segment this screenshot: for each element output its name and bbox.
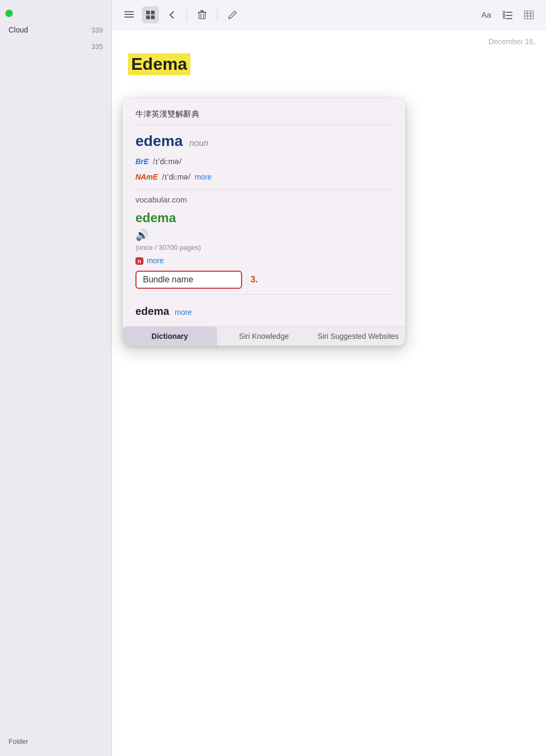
vocab-more-link[interactable]: more <box>147 256 164 265</box>
svg-rect-17 <box>506 18 512 19</box>
third-more-link[interactable]: more <box>175 308 192 316</box>
tab-siri-knowledge[interactable]: Siri Knowledge <box>217 327 311 346</box>
list-view-button[interactable] <box>121 6 138 23</box>
font-button[interactable]: Aa <box>478 6 495 23</box>
word-main: edema <box>135 133 183 149</box>
tab-siri-suggested[interactable]: Siri Suggested Websites <box>311 327 405 346</box>
delete-button[interactable] <box>194 6 211 23</box>
sidebar-item-cloud-label: Cloud <box>9 26 28 34</box>
name-label: NAmE <box>135 173 158 181</box>
svg-rect-15 <box>506 15 512 16</box>
svg-rect-9 <box>199 12 205 19</box>
vocab-word: edema <box>135 210 392 225</box>
section-divider-1 <box>135 189 392 190</box>
grid-view-button[interactable] <box>142 6 159 23</box>
date-header: December 16, <box>488 37 535 46</box>
sidebar-item-second[interactable]: 335 <box>0 38 111 55</box>
svg-rect-4 <box>151 11 155 14</box>
pronunciation-name: NAmE /ɪˈdiːmə/ more <box>135 170 392 184</box>
sound-icon[interactable]: 🔊 <box>135 229 392 241</box>
toolbar: Aa <box>112 0 546 30</box>
third-word: edema <box>135 305 169 317</box>
dict-source-label: 牛津英漢雙解辭典 <box>135 109 392 125</box>
svg-rect-5 <box>146 15 150 19</box>
vocab-freq: (once / 30700 pages) <box>135 243 392 251</box>
word-pos: noun <box>189 139 208 148</box>
svg-rect-3 <box>146 11 150 14</box>
svg-rect-2 <box>124 17 134 18</box>
third-entry: edema more <box>135 300 392 326</box>
svg-rect-1 <box>124 14 134 15</box>
bre-pron: /ɪˈdiːmə/ <box>153 157 181 166</box>
svg-point-16 <box>503 18 505 19</box>
svg-rect-6 <box>151 15 155 19</box>
note-title-container: Edema <box>128 53 190 75</box>
bundle-name-input[interactable] <box>135 271 242 289</box>
table-button[interactable] <box>520 6 537 23</box>
edit-button[interactable] <box>224 6 241 23</box>
vocab-more-row: n more <box>135 256 392 265</box>
sidebar: Cloud 339 335 Folder <box>0 0 112 756</box>
pron-more-link[interactable]: more <box>195 173 212 181</box>
toolbar-sep-1 <box>187 9 187 21</box>
vocab-source-label: vocabular.com <box>135 195 392 204</box>
back-button[interactable] <box>163 6 180 23</box>
sidebar-item-second-count: 335 <box>91 43 103 51</box>
word-entry: edema noun <box>135 133 392 150</box>
sidebar-item-cloud[interactable]: Cloud 339 <box>0 21 111 38</box>
pronunciation-bre: BrE /ɪˈdiːmə/ <box>135 155 392 168</box>
popup-body: 牛津英漢雙解辭典 edema noun BrE /ɪˈdiːmə/ NAmE /… <box>123 99 405 326</box>
svg-point-12 <box>503 11 505 13</box>
popup-tabs: Dictionary Siri Knowledge Siri Suggested… <box>123 326 405 346</box>
sidebar-folder-label: Folder <box>9 737 28 745</box>
traffic-light-green <box>5 10 13 17</box>
main-content: Aa December 16, Edema <box>112 0 546 756</box>
svg-rect-0 <box>124 11 134 12</box>
checklist-button[interactable] <box>499 6 516 23</box>
name-pron: /ɪˈdiːmə/ <box>162 173 190 181</box>
svg-point-14 <box>503 14 505 17</box>
svg-rect-13 <box>506 12 512 13</box>
note-title-text: Edema <box>128 53 190 75</box>
lookup-popup: 牛津英漢雙解辭典 edema noun BrE /ɪˈdiːmə/ NAmE /… <box>123 99 405 346</box>
n-badge: n <box>135 257 143 265</box>
svg-rect-18 <box>524 11 534 19</box>
font-button-label: Aa <box>481 10 491 19</box>
bundle-row: 3. <box>135 271 392 295</box>
bundle-number: 3. <box>251 275 258 284</box>
svg-rect-8 <box>200 10 204 12</box>
bre-label: BrE <box>135 157 149 166</box>
sidebar-item-cloud-count: 339 <box>91 26 103 34</box>
toolbar-sep-2 <box>217 9 218 21</box>
tab-dictionary[interactable]: Dictionary <box>123 327 217 346</box>
